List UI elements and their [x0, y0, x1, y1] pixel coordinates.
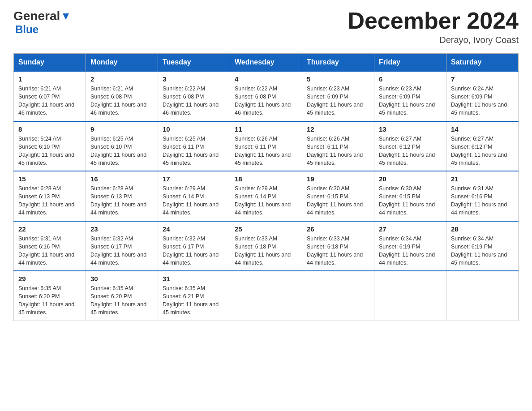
weekday-header-thursday: Thursday: [302, 54, 374, 72]
calendar-cell: 30Sunrise: 6:35 AM Sunset: 6:20 PM Dayli…: [86, 271, 158, 321]
day-info: Sunrise: 6:33 AM Sunset: 6:18 PM Dayligh…: [235, 235, 297, 267]
calendar-week-row: 8Sunrise: 6:24 AM Sunset: 6:10 PM Daylig…: [14, 121, 519, 171]
calendar-cell: 10Sunrise: 6:25 AM Sunset: 6:11 PM Dayli…: [158, 121, 230, 171]
day-number: 14: [451, 125, 514, 133]
day-info: Sunrise: 6:35 AM Sunset: 6:20 PM Dayligh…: [18, 284, 81, 317]
day-number: 7: [451, 75, 514, 83]
day-number: 24: [163, 225, 225, 233]
day-info: Sunrise: 6:24 AM Sunset: 6:10 PM Dayligh…: [18, 135, 81, 167]
day-info: Sunrise: 6:23 AM Sunset: 6:09 PM Dayligh…: [379, 85, 442, 117]
day-number: 9: [90, 125, 153, 133]
calendar-cell: 29Sunrise: 6:35 AM Sunset: 6:20 PM Dayli…: [14, 271, 86, 321]
weekday-header-wednesday: Wednesday: [230, 54, 302, 72]
logo-general-text: General: [13, 9, 60, 23]
calendar-cell: 4Sunrise: 6:22 AM Sunset: 6:08 PM Daylig…: [230, 71, 302, 121]
calendar-cell: 27Sunrise: 6:34 AM Sunset: 6:19 PM Dayli…: [374, 221, 446, 271]
day-info: Sunrise: 6:27 AM Sunset: 6:12 PM Dayligh…: [379, 135, 442, 167]
day-info: Sunrise: 6:31 AM Sunset: 6:16 PM Dayligh…: [18, 235, 81, 267]
logo: General Blue: [13, 9, 71, 36]
calendar-cell: 22Sunrise: 6:31 AM Sunset: 6:16 PM Dayli…: [14, 221, 86, 271]
calendar-cell: 17Sunrise: 6:29 AM Sunset: 6:14 PM Dayli…: [158, 171, 230, 221]
day-info: Sunrise: 6:31 AM Sunset: 6:16 PM Dayligh…: [451, 184, 514, 217]
day-number: 15: [18, 175, 81, 183]
day-number: 3: [163, 75, 225, 83]
location: Derayo, Ivory Coast: [348, 35, 519, 45]
weekday-header-friday: Friday: [374, 54, 446, 72]
calendar-cell: 3Sunrise: 6:22 AM Sunset: 6:08 PM Daylig…: [158, 71, 230, 121]
day-info: Sunrise: 6:29 AM Sunset: 6:14 PM Dayligh…: [163, 184, 225, 217]
day-info: Sunrise: 6:33 AM Sunset: 6:18 PM Dayligh…: [307, 235, 369, 267]
month-title: December 2024: [348, 9, 519, 32]
day-number: 10: [163, 125, 225, 133]
calendar-table: SundayMondayTuesdayWednesdayThursdayFrid…: [13, 53, 519, 321]
day-number: 5: [307, 75, 369, 83]
day-info: Sunrise: 6:35 AM Sunset: 6:20 PM Dayligh…: [90, 284, 153, 317]
weekday-header-sunday: Sunday: [14, 54, 86, 72]
day-number: 27: [379, 225, 442, 233]
day-number: 30: [90, 275, 153, 283]
calendar-cell: 28Sunrise: 6:34 AM Sunset: 6:19 PM Dayli…: [446, 221, 519, 271]
calendar-cell: [446, 271, 519, 321]
day-info: Sunrise: 6:30 AM Sunset: 6:15 PM Dayligh…: [307, 184, 369, 217]
calendar-week-row: 1Sunrise: 6:21 AM Sunset: 6:07 PM Daylig…: [14, 71, 519, 121]
day-number: 11: [235, 125, 297, 133]
day-info: Sunrise: 6:30 AM Sunset: 6:15 PM Dayligh…: [379, 184, 442, 217]
calendar-cell: 31Sunrise: 6:35 AM Sunset: 6:21 PM Dayli…: [158, 271, 230, 321]
day-info: Sunrise: 6:21 AM Sunset: 6:07 PM Dayligh…: [18, 85, 81, 117]
day-number: 29: [18, 275, 81, 283]
calendar-cell: 11Sunrise: 6:26 AM Sunset: 6:11 PM Dayli…: [230, 121, 302, 171]
calendar-cell: 2Sunrise: 6:21 AM Sunset: 6:08 PM Daylig…: [86, 71, 158, 121]
calendar-cell: 24Sunrise: 6:32 AM Sunset: 6:17 PM Dayli…: [158, 221, 230, 271]
calendar-week-row: 29Sunrise: 6:35 AM Sunset: 6:20 PM Dayli…: [14, 271, 519, 321]
calendar-cell: 9Sunrise: 6:25 AM Sunset: 6:10 PM Daylig…: [86, 121, 158, 171]
weekday-header-tuesday: Tuesday: [158, 54, 230, 72]
day-info: Sunrise: 6:25 AM Sunset: 6:11 PM Dayligh…: [163, 135, 225, 167]
day-info: Sunrise: 6:32 AM Sunset: 6:17 PM Dayligh…: [90, 235, 153, 267]
day-number: 1: [18, 75, 81, 83]
day-number: 2: [90, 75, 153, 83]
calendar-cell: 12Sunrise: 6:26 AM Sunset: 6:11 PM Dayli…: [302, 121, 374, 171]
day-info: Sunrise: 6:26 AM Sunset: 6:11 PM Dayligh…: [235, 135, 297, 167]
day-info: Sunrise: 6:26 AM Sunset: 6:11 PM Dayligh…: [307, 135, 369, 167]
logo-arrow-icon: [61, 12, 71, 21]
day-number: 25: [235, 225, 297, 233]
day-info: Sunrise: 6:34 AM Sunset: 6:19 PM Dayligh…: [451, 235, 514, 267]
day-info: Sunrise: 6:27 AM Sunset: 6:12 PM Dayligh…: [451, 135, 514, 167]
calendar-cell: 20Sunrise: 6:30 AM Sunset: 6:15 PM Dayli…: [374, 171, 446, 221]
day-number: 12: [307, 125, 369, 133]
page-header: General Blue December 2024 Derayo, Ivory…: [13, 9, 519, 45]
day-info: Sunrise: 6:23 AM Sunset: 6:09 PM Dayligh…: [307, 85, 369, 117]
calendar-cell: [374, 271, 446, 321]
day-number: 20: [379, 175, 442, 183]
calendar-cell: 7Sunrise: 6:24 AM Sunset: 6:09 PM Daylig…: [446, 71, 519, 121]
day-info: Sunrise: 6:28 AM Sunset: 6:13 PM Dayligh…: [90, 184, 153, 217]
day-number: 21: [451, 175, 514, 183]
calendar-cell: 13Sunrise: 6:27 AM Sunset: 6:12 PM Dayli…: [374, 121, 446, 171]
calendar-week-row: 15Sunrise: 6:28 AM Sunset: 6:13 PM Dayli…: [14, 171, 519, 221]
weekday-header-row: SundayMondayTuesdayWednesdayThursdayFrid…: [14, 54, 519, 72]
day-number: 8: [18, 125, 81, 133]
calendar-cell: 6Sunrise: 6:23 AM Sunset: 6:09 PM Daylig…: [374, 71, 446, 121]
day-number: 28: [451, 225, 514, 233]
calendar-cell: 21Sunrise: 6:31 AM Sunset: 6:16 PM Dayli…: [446, 171, 519, 221]
day-number: 4: [235, 75, 297, 83]
calendar-cell: 26Sunrise: 6:33 AM Sunset: 6:18 PM Dayli…: [302, 221, 374, 271]
day-number: 13: [379, 125, 442, 133]
day-number: 6: [379, 75, 442, 83]
calendar-cell: [230, 271, 302, 321]
calendar-cell: 19Sunrise: 6:30 AM Sunset: 6:15 PM Dayli…: [302, 171, 374, 221]
weekday-header-monday: Monday: [86, 54, 158, 72]
day-info: Sunrise: 6:32 AM Sunset: 6:17 PM Dayligh…: [163, 235, 225, 267]
calendar-cell: 14Sunrise: 6:27 AM Sunset: 6:12 PM Dayli…: [446, 121, 519, 171]
day-info: Sunrise: 6:34 AM Sunset: 6:19 PM Dayligh…: [379, 235, 442, 267]
calendar-week-row: 22Sunrise: 6:31 AM Sunset: 6:16 PM Dayli…: [14, 221, 519, 271]
day-number: 23: [90, 225, 153, 233]
day-info: Sunrise: 6:29 AM Sunset: 6:14 PM Dayligh…: [235, 184, 297, 217]
calendar-cell: 5Sunrise: 6:23 AM Sunset: 6:09 PM Daylig…: [302, 71, 374, 121]
calendar-cell: 1Sunrise: 6:21 AM Sunset: 6:07 PM Daylig…: [14, 71, 86, 121]
day-info: Sunrise: 6:21 AM Sunset: 6:08 PM Dayligh…: [90, 85, 153, 117]
day-number: 19: [307, 175, 369, 183]
day-info: Sunrise: 6:25 AM Sunset: 6:10 PM Dayligh…: [90, 135, 153, 167]
calendar-cell: 16Sunrise: 6:28 AM Sunset: 6:13 PM Dayli…: [86, 171, 158, 221]
header-right: December 2024 Derayo, Ivory Coast: [348, 9, 519, 45]
